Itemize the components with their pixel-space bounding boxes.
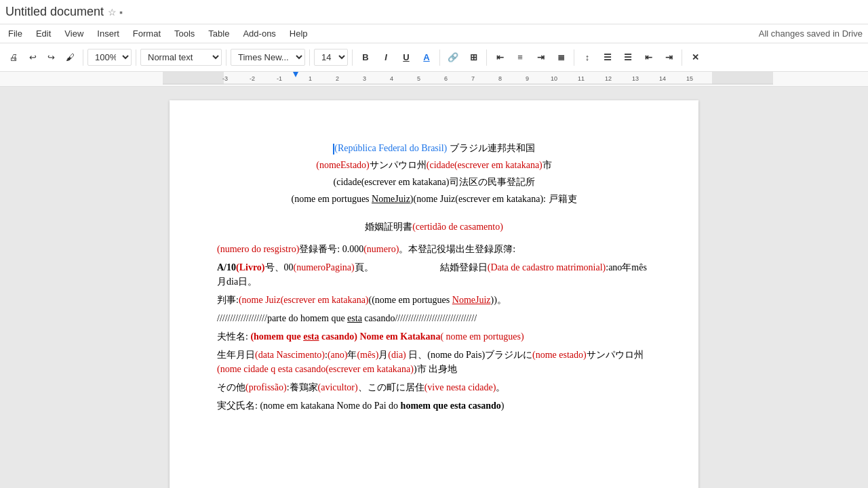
- body-nome-portugues-par: ( nome em portugues): [440, 331, 524, 342]
- header-line1: (República Federal do Brasil) ブラジル連邦共和国: [217, 141, 651, 155]
- svg-text:10: 10: [551, 75, 557, 82]
- body-line5: 夫性名: (homem que esta casando) Nome em Ka…: [217, 329, 651, 344]
- menu-format[interactable]: Format: [130, 27, 163, 40]
- body-divider: ///////////////////parte do homem que: [217, 313, 347, 323]
- body-jp-book: 。本登記役場出生登録原簿:: [399, 244, 515, 254]
- title-bar: Untitled document ☆ ▪: [0, 0, 868, 24]
- header-line1-blue: (República Federal do Brasil): [334, 143, 447, 153]
- body-line1: (numero do resgistro)登録番号: 0.000(numero)…: [217, 242, 651, 256]
- separator-8: [574, 49, 574, 66]
- saved-status: All changes saved in Drive: [759, 28, 863, 39]
- indent-less-button[interactable]: ⇤: [639, 49, 657, 66]
- doc-title[interactable]: Untitled document: [5, 5, 104, 19]
- body-saopaulo2: サンパウロ州: [587, 350, 644, 360]
- body-numero-reg: (numero do resgistro): [217, 244, 299, 254]
- page-container[interactable]: (República Federal do Brasil) ブラジル連邦共和国 …: [0, 87, 868, 488]
- header-line3: (cidade(escrever em katakana)司法区の民事登記所: [217, 175, 651, 189]
- body-esta-bold-underline: esta: [303, 331, 319, 342]
- star-icon[interactable]: ☆: [108, 7, 117, 18]
- svg-text:6: 6: [444, 75, 448, 82]
- font-select[interactable]: Times New...: [231, 49, 305, 66]
- separator-7: [486, 49, 487, 66]
- body-mes: (mês): [357, 350, 378, 360]
- toolbar: 🖨 ↩ ↪ 🖌 100% Normal text Times New... 14…: [0, 43, 868, 72]
- redo-button[interactable]: ↪: [43, 49, 59, 65]
- header-line2: (nomeEstado)サンパウロ州(cidade(escrever em ka…: [217, 158, 651, 172]
- menu-insert[interactable]: Insert: [94, 27, 122, 40]
- menu-view[interactable]: View: [62, 27, 86, 40]
- link-button[interactable]: 🔗: [444, 49, 462, 66]
- separator-5: [352, 49, 353, 66]
- body-fusei-jp: 夫性名:: [217, 331, 250, 342]
- bold-button[interactable]: B: [357, 49, 374, 66]
- align-justify-button[interactable]: ≣: [552, 49, 570, 66]
- menu-addons[interactable]: Add-ons: [240, 27, 278, 40]
- undo-button[interactable]: ↩: [25, 49, 41, 65]
- svg-text:12: 12: [605, 75, 612, 82]
- header-nome-juiz-katakana: )(nome Juiz(escrever em katakana): 戸籍吏: [410, 194, 577, 204]
- ruler: -3 -2 -1 1 2 3 4 5 6 7 8 9 10 11 12 13 1…: [0, 72, 868, 87]
- section-title-red: (certidão de casamento): [412, 222, 503, 232]
- text-color-button[interactable]: A: [418, 49, 435, 66]
- body-dia: (dia): [388, 350, 406, 360]
- body-nome-cidade: (nome cidade q esta casando(escrever em …: [217, 364, 414, 374]
- line-spacing-button[interactable]: ↕: [578, 49, 596, 66]
- add-comment-button[interactable]: ⊞: [465, 49, 482, 66]
- body-go: 号、00: [265, 262, 294, 272]
- underline-button[interactable]: U: [397, 49, 415, 66]
- body-line6: 生年月日(data Nascimento):(ano)年(mês)月(dia) …: [217, 348, 651, 376]
- svg-text:5: 5: [417, 75, 420, 82]
- separator-1: [83, 49, 83, 66]
- body-numeropagina: (numeroPagina): [294, 262, 355, 272]
- menu-file[interactable]: File: [5, 27, 25, 40]
- folder-icon[interactable]: ▪: [119, 7, 123, 18]
- separator-2: [136, 49, 136, 66]
- body-period: 。: [496, 382, 505, 392]
- print-button[interactable]: 🖨: [5, 49, 22, 65]
- body-nome-estado: (nome estado): [532, 350, 587, 360]
- menu-edit[interactable]: Edit: [33, 27, 54, 40]
- body-birthday-jp: 生年月日: [217, 350, 255, 360]
- body-sonota: その他: [217, 382, 245, 392]
- numbered-list-button[interactable]: ☰: [599, 49, 616, 66]
- menu-table[interactable]: Table: [205, 27, 232, 40]
- body-chicken: :養鶏家: [287, 382, 318, 392]
- svg-text:8: 8: [498, 75, 502, 82]
- indent-more-button[interactable]: ⇥: [660, 49, 677, 66]
- body-numero: (numero): [363, 244, 399, 254]
- body-casando-divider: casando///////////////////////////////: [362, 313, 477, 323]
- zoom-select[interactable]: 100%: [87, 49, 132, 66]
- doc-body[interactable]: (numero do resgistro)登録番号: 0.000(numero)…: [217, 242, 651, 413]
- main-content: (República Federal do Brasil) ブラジル連邦共和国 …: [0, 87, 868, 488]
- body-casando-bold: casando) Nome em Katakana: [319, 331, 441, 342]
- body-reg-num-jp: 登録番号: 0.000: [299, 244, 363, 254]
- body-line4: ///////////////////parte do homem que es…: [217, 311, 651, 325]
- font-size-select[interactable]: 14: [314, 49, 348, 66]
- separator-3: [226, 49, 226, 66]
- align-center-button[interactable]: ≡: [511, 49, 529, 66]
- italic-button[interactable]: I: [377, 49, 395, 66]
- document-page[interactable]: (República Federal do Brasil) ブラジル連邦共和国 …: [170, 100, 698, 488]
- bullet-list-button[interactable]: ☰: [619, 49, 637, 66]
- menu-tools[interactable]: Tools: [172, 27, 197, 40]
- clear-format-button[interactable]: ✕: [686, 49, 704, 66]
- body-homem-bold: (homem que: [250, 331, 303, 342]
- svg-text:9: 9: [526, 75, 529, 82]
- svg-rect-2: [712, 72, 773, 84]
- align-right-button[interactable]: ⇥: [532, 49, 549, 66]
- body-a10: A/10: [217, 262, 236, 272]
- separator-9: [682, 49, 682, 66]
- svg-text:2: 2: [336, 75, 339, 82]
- header-line4: (nome em portugues NomeJuiz)(nome Juiz(e…: [217, 192, 651, 206]
- menu-help[interactable]: Help: [287, 27, 311, 40]
- body-year-jp: 年: [347, 350, 357, 360]
- body-line3: 判事:(nome Juiz(escrever em katakana)((nom…: [217, 293, 651, 307]
- svg-rect-1: [163, 72, 224, 84]
- doc-header: (República Federal do Brasil) ブラジル連邦共和国 …: [217, 141, 651, 206]
- style-select[interactable]: Normal text: [140, 49, 222, 66]
- paint-format-button[interactable]: 🖌: [62, 49, 79, 65]
- body-page-jp: 頁。 結婚登録日: [355, 262, 488, 272]
- svg-text:-2: -2: [250, 75, 255, 82]
- body-father: 実父氏名: (nome em katakana Nome do Pai do: [217, 401, 401, 411]
- align-left-button[interactable]: ⇤: [491, 49, 509, 66]
